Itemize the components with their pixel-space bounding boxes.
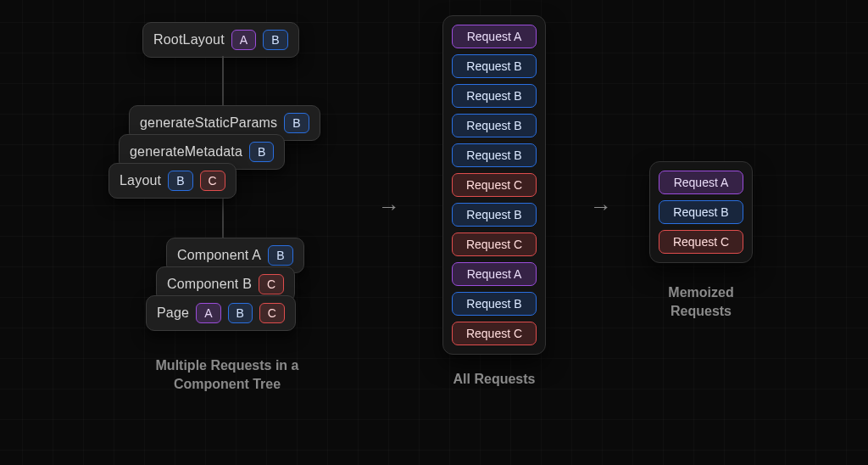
all-requests-column: Request ARequest BRequest BRequest BRequ… bbox=[442, 15, 546, 389]
request-pill-b: Request B bbox=[452, 143, 537, 167]
caption-line: Requests bbox=[649, 302, 753, 321]
request-chip-b: B bbox=[249, 142, 274, 162]
request-pill-b: Request B bbox=[452, 292, 537, 316]
request-chip-b: B bbox=[168, 171, 192, 191]
node-label: Layout bbox=[120, 173, 161, 188]
node-label: generateMetadata bbox=[130, 144, 242, 160]
request-pill-c: Request C bbox=[452, 173, 537, 197]
caption-line: Multiple Requests in a bbox=[108, 356, 346, 375]
node-label: Component A bbox=[177, 248, 261, 263]
caption-all-requests: All Requests bbox=[442, 370, 546, 389]
node-layout: Layout B C bbox=[108, 163, 236, 199]
node-label: RootLayout bbox=[153, 32, 225, 48]
request-pill-b: Request B bbox=[659, 200, 743, 224]
connector-line bbox=[222, 56, 224, 105]
caption-memoized: Memoized Requests bbox=[649, 283, 753, 322]
request-pill-b: Request B bbox=[452, 114, 537, 137]
request-pill-a: Request A bbox=[659, 171, 743, 194]
request-chip-c: C bbox=[259, 303, 285, 323]
memoized-requests-panel: Request ARequest BRequest C bbox=[649, 161, 753, 263]
request-pill-b: Request B bbox=[452, 203, 537, 227]
diagram-stage: RootLayout A B generateStaticParams B ge… bbox=[0, 0, 868, 465]
node-label: generateStaticParams bbox=[140, 115, 277, 131]
request-pill-c: Request C bbox=[659, 230, 743, 254]
request-chip-b: B bbox=[284, 113, 309, 133]
request-chip-c: C bbox=[200, 171, 225, 191]
request-pill-b: Request B bbox=[452, 54, 537, 78]
request-chip-b: B bbox=[263, 30, 287, 50]
memoized-column: Request ARequest BRequest C Memoized Req… bbox=[649, 161, 753, 322]
request-chip-a: A bbox=[231, 30, 256, 50]
caption-line: Memoized bbox=[649, 283, 753, 302]
request-pill-b: Request B bbox=[452, 84, 537, 108]
node-label: Page bbox=[157, 305, 189, 321]
caption-line: Component Tree bbox=[108, 375, 346, 394]
request-chip-c: C bbox=[259, 274, 284, 294]
request-pill-a: Request A bbox=[452, 25, 537, 48]
caption-component-tree: Multiple Requests in a Component Tree bbox=[108, 356, 346, 395]
request-pill-c: Request C bbox=[452, 232, 537, 256]
node-page: Page A B C bbox=[146, 295, 296, 331]
node-label: Component B bbox=[167, 277, 252, 292]
request-chip-b: B bbox=[268, 245, 292, 266]
node-root-layout: RootLayout A B bbox=[142, 22, 299, 58]
request-pill-a: Request A bbox=[452, 262, 537, 286]
all-requests-panel: Request ARequest BRequest BRequest BRequ… bbox=[442, 15, 546, 355]
request-chip-a: A bbox=[196, 303, 220, 323]
arrow-icon: → bbox=[590, 195, 612, 217]
request-chip-b: B bbox=[228, 303, 253, 323]
request-pill-c: Request C bbox=[452, 322, 537, 345]
connector-line bbox=[222, 197, 224, 238]
arrow-icon: → bbox=[378, 195, 400, 217]
